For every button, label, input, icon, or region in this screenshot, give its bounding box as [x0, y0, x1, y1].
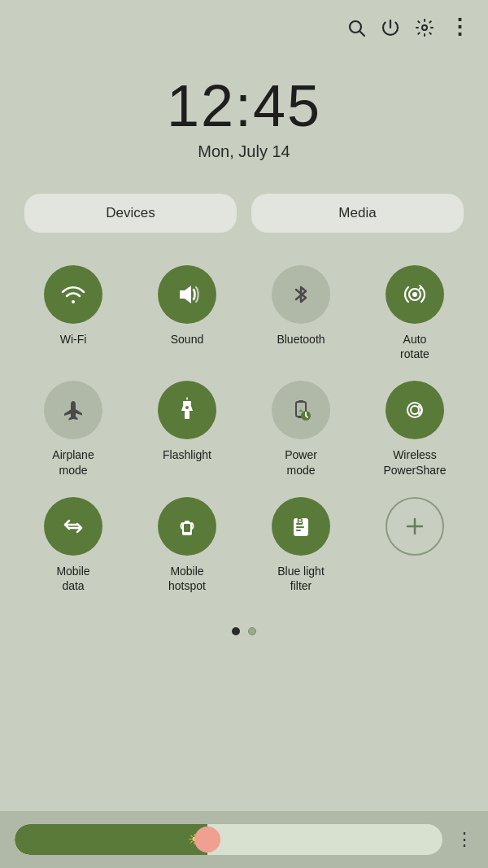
- quick-tiles-grid: Wi-Fi Sound Bluetooth: [0, 257, 488, 604]
- tile-add[interactable]: [358, 489, 472, 604]
- tile-label-sound: Sound: [171, 332, 203, 347]
- svg-rect-17: [184, 524, 190, 532]
- tile-circle-mobilehotspot: [158, 497, 216, 556]
- device-media-row: Devices Media: [0, 194, 488, 233]
- brightness-thumb[interactable]: [194, 827, 220, 853]
- svg-point-8: [185, 406, 189, 409]
- brightness-fill: ☀: [15, 824, 207, 855]
- tile-powermode[interactable]: Powermode: [244, 373, 358, 488]
- brightness-bar: ☀ ⋮: [0, 811, 488, 868]
- tile-label-bluelightfilter: Blue lightfilter: [277, 564, 325, 593]
- tile-label-airplanemode: Airplanemode: [52, 447, 94, 477]
- tile-label-bluetooth: Bluetooth: [277, 332, 325, 347]
- tile-circle-flashlight: [158, 381, 216, 439]
- svg-rect-12: [298, 400, 303, 403]
- clock-date: Mon, July 14: [0, 142, 488, 161]
- tile-circle-autorotate: [386, 265, 444, 324]
- tile-circle-bluetooth: [272, 265, 330, 324]
- tile-circle-airplanemode: [44, 381, 102, 439]
- media-button[interactable]: Media: [251, 194, 464, 233]
- svg-line-1: [360, 31, 365, 36]
- tile-label-wirelesspowershare: WirelessPowerShare: [383, 447, 446, 477]
- page-dots: [0, 627, 488, 635]
- dot-2[interactable]: [248, 627, 256, 635]
- dot-1[interactable]: [232, 627, 240, 635]
- tile-label-mobilehotspot: Mobilehotspot: [168, 564, 206, 593]
- power-icon[interactable]: [381, 18, 400, 37]
- clock-section: 12:45 Mon, July 14: [0, 72, 488, 161]
- tile-label-wifi: Wi-Fi: [60, 332, 87, 347]
- tile-wifi[interactable]: Wi-Fi: [16, 257, 130, 373]
- svg-point-2: [422, 25, 427, 30]
- tile-label-powermode: Powermode: [285, 447, 317, 477]
- brightness-track[interactable]: ☀: [15, 824, 442, 855]
- more-icon[interactable]: ⋮: [449, 15, 470, 40]
- svg-rect-18: [185, 521, 190, 523]
- tile-circle-sound: [158, 265, 216, 324]
- top-icons-bar: ⋮: [0, 0, 488, 40]
- tile-mobiledata[interactable]: Mobiledata: [16, 489, 130, 604]
- tile-wirelesspowershare[interactable]: WirelessPowerShare: [358, 373, 472, 488]
- tile-bluetooth[interactable]: Bluetooth: [244, 257, 358, 373]
- tile-label-mobiledata: Mobiledata: [56, 564, 89, 593]
- tile-mobilehotspot[interactable]: Mobilehotspot: [130, 489, 244, 604]
- tile-circle-add: [386, 497, 444, 556]
- svg-point-14: [407, 403, 422, 417]
- devices-button[interactable]: Devices: [24, 194, 237, 233]
- svg-point-15: [411, 406, 419, 414]
- tile-sound[interactable]: Sound: [130, 257, 244, 373]
- search-icon[interactable]: [346, 18, 366, 37]
- tile-autorotate[interactable]: Autorotate: [358, 257, 472, 373]
- tile-bluelightfilter[interactable]: B Blue lightfilter: [244, 489, 358, 604]
- tile-label-flashlight: Flashlight: [163, 447, 211, 462]
- tile-circle-powermode: [272, 381, 330, 439]
- tile-circle-bluelightfilter: B: [272, 497, 330, 556]
- tile-label-autorotate: Autorotate: [400, 332, 429, 361]
- brightness-more-icon[interactable]: ⋮: [451, 829, 473, 850]
- tile-circle-mobiledata: [44, 497, 102, 556]
- svg-text:B: B: [297, 517, 303, 526]
- settings-icon[interactable]: [415, 18, 434, 37]
- tile-circle-wifi: [44, 265, 102, 324]
- svg-rect-7: [185, 411, 190, 419]
- svg-marker-3: [180, 286, 191, 303]
- svg-rect-6: [183, 401, 191, 406]
- tile-flashlight[interactable]: Flashlight: [130, 373, 244, 488]
- tile-airplanemode[interactable]: Airplanemode: [16, 373, 130, 488]
- tile-circle-wirelesspowershare: [386, 381, 444, 439]
- clock-time: 12:45: [0, 72, 488, 139]
- svg-point-5: [412, 292, 417, 297]
